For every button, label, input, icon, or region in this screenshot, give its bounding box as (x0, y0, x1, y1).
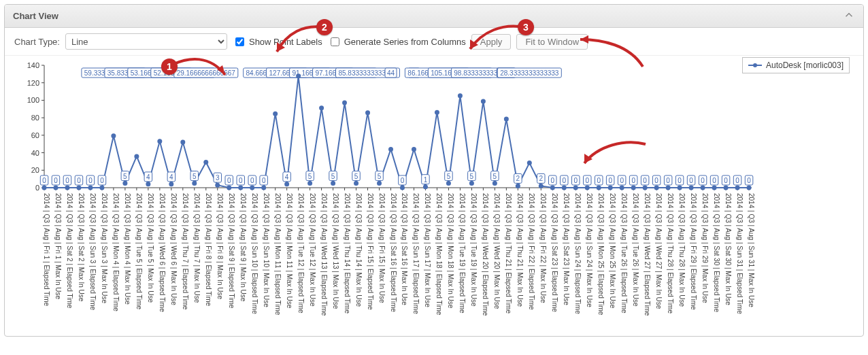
svg-point-286 (215, 183, 220, 188)
chart-type-select[interactable]: Line (65, 33, 227, 50)
svg-text:2014 | Q3 | Aug | Thu 7 | Max : 2014 | Q3 | Aug | Thu 7 | Max In Use (193, 193, 201, 303)
svg-text:1: 1 (424, 176, 428, 184)
svg-text:2014 | Q3 | Aug | Sat 2 | Max : 2014 | Q3 | Aug | Sat 2 | Max In Use (78, 193, 85, 302)
svg-text:100: 100 (27, 96, 39, 104)
svg-point-281 (157, 139, 162, 143)
svg-text:2014 | Q3 | Aug | Tue 5 | Max : 2014 | Q3 | Aug | Tue 5 | Max In Use (147, 193, 154, 303)
svg-text:140: 140 (27, 61, 39, 69)
svg-point-325 (666, 186, 671, 190)
svg-text:2014 | Q3 | Aug | Thu 28 | Ela: 2014 | Q3 | Aug | Thu 28 | Elapsed Time (667, 193, 674, 314)
collapse-icon[interactable] (843, 9, 855, 23)
svg-point-304 (423, 184, 428, 189)
svg-text:0: 0 (747, 177, 751, 184)
svg-text:2014 | Q3 | Aug | Wed 13 | Ela: 2014 | Q3 | Aug | Wed 13 | Elapsed Time (320, 193, 328, 316)
svg-point-317 (573, 186, 578, 190)
svg-text:2014 | Q3 | Aug | Fri 29 | Ela: 2014 | Q3 | Aug | Fri 29 | Elapsed Time (690, 193, 697, 310)
svg-text:2014 | Q3 | Aug | Wed 13 | Max: 2014 | Q3 | Aug | Wed 13 | Max In Use (332, 193, 339, 309)
svg-text:2014 | Q3 | Aug | Fri 22 | Ela: 2014 | Q3 | Aug | Fri 22 | Elapsed Time (528, 193, 535, 310)
svg-text:2014 | Q3 | Aug | Wed 20 | Ela: 2014 | Q3 | Aug | Wed 20 | Elapsed Time (482, 193, 489, 316)
svg-text:5: 5 (308, 173, 312, 180)
svg-point-305 (435, 110, 439, 115)
svg-point-288 (238, 186, 243, 190)
svg-text:0: 0 (88, 177, 93, 184)
svg-point-287 (227, 186, 231, 190)
svg-point-328 (701, 186, 705, 190)
panel-header: Chart View (5, 5, 863, 28)
svg-point-282 (169, 182, 173, 186)
svg-point-295 (319, 105, 324, 110)
svg-point-307 (458, 93, 463, 98)
svg-point-315 (550, 186, 555, 190)
svg-text:60: 60 (31, 131, 39, 139)
svg-text:2014 | Q3 | Aug | Sun 10 | Max: 2014 | Q3 | Aug | Sun 10 | Max In Use (263, 193, 270, 307)
svg-point-271 (42, 186, 47, 190)
svg-text:0: 0 (65, 177, 69, 184)
chart-view-panel: Chart View Chart Type: Line Show Point L… (4, 4, 864, 337)
svg-text:2014 | Q3 | Aug | Fri 15 | Max: 2014 | Q3 | Aug | Fri 15 | Max In Use (378, 193, 386, 303)
svg-point-289 (250, 186, 254, 190)
svg-text:20: 20 (31, 166, 39, 174)
svg-text:2014 | Q3 | Aug | Sun 3 | Max : 2014 | Q3 | Aug | Sun 3 | Max In Use (101, 193, 108, 304)
svg-text:2014 | Q3 | Aug | Sun 24 | Max: 2014 | Q3 | Aug | Sun 24 | Max In Use (586, 193, 593, 307)
generate-series-checkbox[interactable]: Generate Series from Columns (328, 35, 466, 48)
svg-point-284 (192, 181, 197, 186)
svg-text:0: 0 (666, 177, 670, 184)
svg-text:2014 | Q3 | Aug | Tue 19 | Ela: 2014 | Q3 | Aug | Tue 19 | Elapsed Time (458, 193, 466, 314)
svg-text:2: 2 (539, 175, 544, 182)
svg-text:2014 | Q3 | Aug | Sun 24 | Ela: 2014 | Q3 | Aug | Sun 24 | Elapsed Time (574, 193, 582, 314)
svg-text:0: 0 (654, 177, 658, 184)
svg-text:2014 | Q3 | Aug | Fri 8 | Elap: 2014 | Q3 | Aug | Fri 8 | Elapsed Time (205, 193, 212, 306)
chart-legend: AutoDesk [morlic003] (742, 57, 850, 73)
svg-point-297 (342, 101, 347, 105)
svg-point-279 (134, 154, 139, 158)
svg-point-311 (504, 117, 509, 122)
svg-point-323 (643, 186, 648, 190)
svg-point-310 (493, 181, 497, 186)
svg-text:5: 5 (378, 173, 382, 180)
svg-point-273 (65, 186, 69, 190)
svg-text:4: 4 (169, 173, 173, 181)
svg-text:5: 5 (331, 173, 335, 180)
svg-text:0: 0 (689, 177, 693, 184)
svg-text:2014 | Q3 | Aug | Sat 30 | Ela: 2014 | Q3 | Aug | Sat 30 | Elapsed Time (713, 193, 720, 312)
fit-to-window-button[interactable]: Fit to Window (516, 34, 588, 50)
svg-point-293 (296, 73, 301, 78)
svg-text:5: 5 (354, 173, 358, 180)
svg-text:2014 | Q3 | Aug | Sat 9 | Max : 2014 | Q3 | Aug | Sat 9 | Max In Use (239, 193, 247, 302)
svg-point-274 (76, 186, 81, 190)
svg-point-298 (354, 181, 358, 186)
svg-text:2014 | Q3 | Aug | Fri 1 | Max : 2014 | Q3 | Aug | Fri 1 | Max In Use (54, 193, 62, 299)
svg-point-327 (689, 186, 694, 190)
svg-text:2014 | Q3 | Aug | Wed 27 | Ela: 2014 | Q3 | Aug | Wed 27 | Elapsed Time (644, 193, 651, 316)
svg-text:40: 40 (31, 149, 39, 157)
svg-point-319 (597, 186, 601, 190)
apply-button[interactable]: Apply (471, 34, 512, 50)
show-point-labels-checkbox[interactable]: Show Point Labels (233, 35, 322, 48)
svg-text:2014 | Q3 | Aug | Mon 18 | Ela: 2014 | Q3 | Aug | Mon 18 | Elapsed Time (435, 193, 443, 316)
svg-point-316 (562, 186, 567, 190)
svg-point-294 (307, 181, 312, 186)
svg-text:2014 | Q3 | Aug | Tue 26 | Ela: 2014 | Q3 | Aug | Tue 26 | Elapsed Time (620, 193, 628, 314)
svg-text:2014 | Q3 | Aug | Sat 2 | Elap: 2014 | Q3 | Aug | Sat 2 | Elapsed Time (66, 193, 73, 309)
svg-point-299 (365, 110, 370, 115)
svg-point-322 (631, 186, 636, 190)
svg-text:2014 | Q3 | Aug | Sun 10 | Ela: 2014 | Q3 | Aug | Sun 10 | Elapsed Time (251, 193, 258, 314)
svg-point-331 (735, 186, 740, 190)
chart-area: 1 2 3 (5, 56, 863, 336)
show-point-labels-input[interactable] (235, 37, 244, 46)
svg-text:5: 5 (123, 173, 127, 180)
line-chart: 0204060801001201402014 | Q3 | Aug | Fri … (21, 58, 851, 331)
svg-text:0: 0 (227, 177, 231, 184)
svg-text:2014 | Q3 | Aug | Thu 7 | Elap: 2014 | Q3 | Aug | Thu 7 | Elapsed Time (182, 193, 189, 310)
svg-text:0: 0 (712, 177, 716, 184)
toolbar: Chart Type: Line Show Point Labels Gener… (5, 28, 863, 56)
svg-text:5: 5 (447, 173, 451, 180)
svg-text:2014 | Q3 | Aug | Thu 28 | Max: 2014 | Q3 | Aug | Thu 28 | Max In Use (678, 193, 686, 307)
svg-point-276 (99, 186, 104, 190)
generate-series-input[interactable] (331, 37, 339, 46)
svg-point-324 (654, 186, 659, 190)
svg-point-292 (284, 182, 289, 186)
svg-text:5: 5 (193, 173, 197, 180)
svg-text:2014 | Q3 | Aug | Mon 25 | Ela: 2014 | Q3 | Aug | Mon 25 | Elapsed Time (597, 193, 605, 316)
svg-text:2014 | Q3 | Aug | Sun 3 | Elap: 2014 | Q3 | Aug | Sun 3 | Elapsed Time (89, 193, 97, 311)
